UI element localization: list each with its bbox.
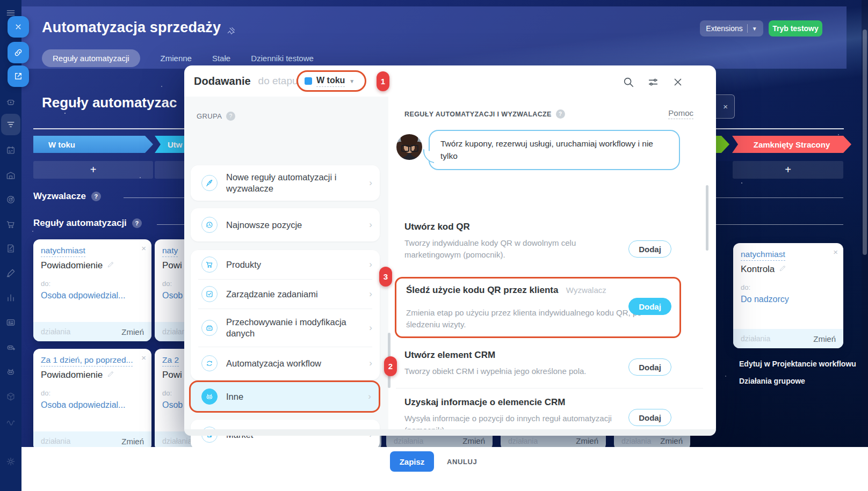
chevron-right-icon: › [369, 358, 372, 369]
calendar-rail-icon[interactable] [5, 145, 16, 156]
rule-timing-link[interactable]: natychmiast [741, 250, 785, 261]
edit-in-designer-link[interactable]: Edytuj w Projektancie workflowu [739, 360, 856, 368]
rule-timing-link[interactable]: Za 1 dzień, po poprzed... [41, 355, 133, 367]
stage-selector[interactable]: W toku ▼ [296, 70, 366, 92]
cancel-button[interactable]: ANULUJ [447, 458, 477, 466]
extensions-button[interactable]: Extensions ▼ [700, 20, 763, 36]
rule-card: Za 1 dzień, po poprzed... × Powiadomieni… [33, 349, 151, 451]
rules-text: Reguły automatyzacji [33, 218, 127, 229]
help-icon[interactable]: ? [132, 218, 142, 228]
rule-timing-link[interactable]: naty [162, 246, 178, 257]
tab-automation-rules[interactable]: Reguły automatyzacji [42, 49, 140, 67]
robot-head-rail-icon[interactable] [5, 367, 16, 377]
board-heading: Reguły automatyzac [42, 94, 177, 111]
change-link[interactable]: Zmień [121, 437, 144, 446]
collapse-button[interactable] [8, 16, 29, 38]
help-icon[interactable]: ? [226, 112, 235, 121]
workflow-cycle-icon [201, 355, 218, 371]
rules-scrollbar[interactable] [706, 185, 708, 251]
edit-pencil-icon[interactable] [779, 264, 786, 275]
rule-timing-link[interactable]: natychmiast [41, 246, 85, 257]
tab-constants[interactable]: Stałe [212, 54, 230, 63]
rule-timing-link[interactable]: Za 2 [162, 355, 179, 367]
group-item-tasks[interactable]: Zarządzanie zadaniami › [191, 280, 380, 309]
modal-bottom-strip [184, 429, 716, 436]
pen-rail-icon[interactable] [5, 268, 16, 279]
history-icon [201, 217, 218, 233]
open-in-new-button[interactable] [8, 65, 29, 87]
group-actions-link[interactable]: Działania grupowe [739, 377, 805, 385]
recipient-link[interactable]: Osoba odpowiedzial... [41, 400, 144, 410]
change-link[interactable]: Zmień [121, 327, 144, 336]
actions-label: działania [41, 437, 70, 445]
group-item-other[interactable]: Inne › [189, 380, 380, 413]
robot-rail-icon[interactable] [5, 97, 16, 107]
storage-icon [201, 320, 218, 336]
add-stage-button[interactable]: + [33, 161, 153, 179]
rule-item-title: Utwórz element CRM [404, 350, 721, 361]
recipient-link[interactable]: Osoba odpowiedzial... [41, 291, 144, 301]
filter-sliders-icon[interactable] [647, 76, 659, 88]
funnel-rail-icon[interactable] [5, 119, 16, 130]
close-icon[interactable] [672, 76, 684, 88]
group-item-workflow[interactable]: Automatyzacja workflow › [191, 347, 380, 379]
change-link[interactable]: Zmień [576, 436, 598, 445]
chart-rail-icon[interactable] [5, 292, 16, 303]
group-item-new-rules[interactable]: Nowe reguły automatyzacji i wyzwalacze › [191, 165, 380, 201]
change-link[interactable]: Zmień [813, 334, 836, 343]
assistant-bubble: Twórz kupony, rezerwuj usługi, uruchamia… [429, 130, 680, 170]
group-item-recent[interactable]: Najnowsze pozycje › [191, 208, 380, 241]
stage-column-in-progress[interactable]: W toku [33, 136, 153, 153]
close-icon[interactable]: × [141, 353, 146, 362]
storage-rail-icon[interactable] [5, 170, 16, 181]
help-icon[interactable]: ? [91, 192, 101, 201]
stage-column-lost[interactable]: Zamknięty Stracony [732, 136, 851, 153]
document-rail-icon[interactable] [5, 243, 16, 254]
rule-item-title: Śledź użycie kodu QR przez klienta [406, 285, 558, 295]
change-link[interactable]: Zmień [660, 436, 683, 445]
save-button[interactable]: Zapisz [390, 451, 434, 472]
trigger-tag: Wyzwalacz [566, 285, 606, 295]
rule-item-track-qr-highlight[interactable]: Śledź użycie kodu QR przez klienta Wyzwa… [395, 277, 681, 338]
help-icon[interactable]: ? [556, 109, 565, 119]
tab-test-logs[interactable]: Dzienniki testowe [251, 54, 314, 63]
tab-variables[interactable]: Zmienne [161, 54, 192, 63]
search-icon[interactable] [623, 76, 634, 88]
chevron-right-icon: › [368, 391, 371, 402]
edit-pencil-icon[interactable] [107, 260, 114, 271]
change-link[interactable]: Zmień [462, 436, 485, 445]
stage-column-label: Utw [168, 140, 183, 149]
ai-robot-rail-icon[interactable] [5, 342, 16, 353]
recipient-link[interactable]: Do nadzorcy [741, 295, 836, 304]
edit-pencil-icon[interactable] [107, 370, 114, 380]
add-rule-button[interactable]: Dodaj [628, 358, 671, 376]
group-item-data-storage[interactable]: Przechowywanie i modyfikacja danych › [191, 309, 380, 347]
test-mode-button[interactable]: Tryb testowy [769, 20, 822, 36]
close-icon[interactable]: × [833, 247, 838, 257]
gear-rail-icon[interactable] [5, 456, 16, 467]
copy-link-button[interactable] [8, 42, 29, 63]
cube-rail-icon[interactable] [5, 391, 16, 402]
page-scrollbar[interactable] [862, 0, 868, 447]
add-rule-button[interactable]: Dodaj [628, 240, 671, 258]
page-scrollbar-thumb[interactable] [863, 30, 867, 255]
group-label-text: GRUPA [197, 112, 222, 120]
help-link[interactable]: Pomoc [668, 108, 693, 119]
group-item-products[interactable]: Produkty › [191, 250, 380, 279]
actions-label: działania [621, 437, 651, 445]
actions-label: działania [394, 437, 423, 445]
card-footer: działania Zmień [733, 329, 843, 348]
close-icon[interactable]: × [141, 244, 146, 253]
add-stage-button[interactable]: + [733, 161, 843, 179]
pin-icon[interactable] [226, 23, 236, 33]
waves-rail-icon[interactable] [5, 416, 16, 427]
add-rule-button[interactable]: Dodaj [628, 409, 671, 426]
cart-rail-icon[interactable] [5, 219, 16, 230]
add-rule-button[interactable]: Dodaj [628, 298, 671, 315]
close-icon[interactable]: × [723, 102, 728, 111]
idcard-rail-icon[interactable] [5, 317, 16, 328]
to-label: do: [41, 280, 144, 288]
target-rail-icon[interactable] [5, 194, 16, 205]
rules-panel-header: REGUŁY AUTOMATYZACJI I WYZWALACZE ? [404, 109, 565, 119]
actions-label: działania [41, 327, 70, 336]
